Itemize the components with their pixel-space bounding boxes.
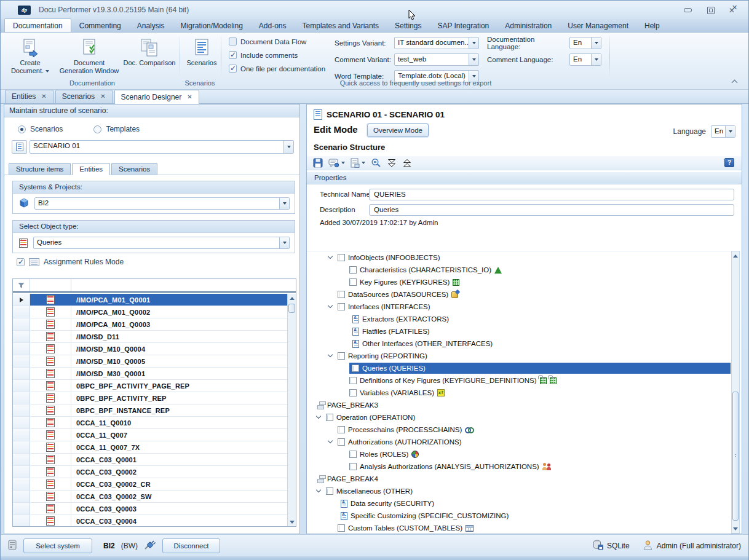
doc-comparison-button[interactable]: Doc. Comparison	[122, 35, 176, 67]
table-row[interactable]: 0BPC_BPF_ACTIVITY_REP	[13, 392, 287, 404]
tree-checkbox[interactable]	[338, 254, 345, 261]
tree-item[interactable]: Processchains (PROCESSCHAINS)	[307, 424, 731, 436]
collapse-all-icon[interactable]	[402, 159, 412, 168]
radio-scenarios[interactable]: Scenarios	[18, 125, 63, 133]
tree-checkbox[interactable]	[349, 266, 357, 274]
tree-checkbox[interactable]	[338, 291, 345, 298]
grid-scrollbar-thumb[interactable]	[288, 304, 295, 313]
expand-collapse-icon[interactable]	[326, 253, 338, 262]
overview-mode-button[interactable]: Overview Mode	[367, 124, 429, 137]
scenarios-radio[interactable]	[18, 125, 26, 133]
tree-item[interactable]: Authorizations (AUTHORIZATIONS)	[307, 436, 731, 448]
tree-item[interactable]: Operation (OPERATION)	[307, 411, 731, 424]
tree-item[interactable]: Interfaces (INTERFACES)	[307, 301, 731, 313]
tree-item[interactable]: Reporting (REPORTING)	[307, 350, 731, 362]
tree-item[interactable]: PAGE_BREAK4	[307, 473, 731, 485]
tree-checkbox[interactable]	[349, 377, 357, 384]
menu-tab-user-management[interactable]: User Management	[560, 19, 636, 32]
table-row[interactable]: 0CCA_11_Q007_7X	[13, 441, 287, 454]
tree-checkbox[interactable]	[338, 303, 345, 310]
tree-item[interactable]: PAGE_BREAK3	[307, 399, 731, 411]
grid-header-name-column[interactable]	[71, 279, 296, 291]
description-input[interactable]: Queries	[369, 204, 734, 216]
scenarios-button[interactable]: Scenarios	[184, 35, 220, 67]
chevron-down-icon[interactable]	[469, 37, 478, 49]
tree-checkbox[interactable]	[338, 524, 345, 532]
comment-variant-combo[interactable]: test_web	[394, 53, 479, 66]
dropdown-caret-icon[interactable]	[341, 162, 345, 164]
chevron-down-icon[interactable]	[725, 126, 735, 137]
chevron-down-icon[interactable]	[591, 37, 601, 49]
chevron-down-icon[interactable]	[279, 237, 289, 248]
chevron-down-icon[interactable]	[283, 141, 293, 153]
documentation-language-combo[interactable]: En	[569, 37, 601, 49]
tree-checkbox[interactable]	[338, 438, 345, 446]
menu-tab-templates-and-variants[interactable]: Templates and Variants	[295, 19, 387, 32]
chevron-down-icon[interactable]	[591, 54, 601, 65]
tree-item[interactable]: InfoObjects (INFOOBJECTS)	[307, 251, 731, 264]
chevron-down-icon[interactable]	[279, 198, 289, 209]
table-row[interactable]: 0CCA_C03_Q0004	[13, 515, 287, 526]
expand-collapse-icon[interactable]	[314, 412, 326, 422]
search-icon[interactable]	[371, 158, 381, 168]
menu-tab-administration[interactable]: Administration	[497, 19, 560, 32]
create-document-button[interactable]: Create Document.	[6, 35, 55, 75]
assignment-rules-checkbox[interactable]	[17, 258, 25, 266]
radio-templates[interactable]: Templates	[93, 125, 140, 133]
expand-all-icon[interactable]	[387, 159, 397, 168]
help-icon[interactable]	[724, 158, 734, 167]
table-row[interactable]: 0CCA_C03_Q0002_SW	[13, 491, 287, 503]
table-row[interactable]: /IMO/PCA_M01_Q0002	[13, 306, 287, 318]
menu-tab-migration-modeling[interactable]: Migration/Modeling	[172, 19, 250, 32]
table-row[interactable]: /IMO/PCA_M01_Q0003	[13, 318, 287, 331]
templates-radio[interactable]	[93, 125, 101, 133]
table-row[interactable]: /IMO/SD_M30_Q0001	[13, 368, 287, 380]
comment-icon[interactable]	[328, 159, 345, 168]
object-type-combo[interactable]: Queries	[33, 237, 290, 249]
menu-tab-analysis[interactable]: Analysis	[129, 19, 173, 32]
table-row[interactable]: 0BPC_BPF_INSTANCE_REP	[13, 404, 287, 417]
save-icon[interactable]	[313, 158, 323, 168]
doc-tab-entities[interactable]: Entities	[5, 90, 54, 103]
tree-checkbox[interactable]	[349, 451, 357, 458]
tree-item[interactable]: DataSources (DATASOURCES)	[307, 288, 731, 301]
grid-filter-cell[interactable]	[13, 279, 30, 291]
menu-tab-add-ons[interactable]: Add-ons	[251, 19, 295, 32]
table-row[interactable]: /IMO/SD_M10_Q0004	[13, 343, 287, 355]
comment-language-combo[interactable]: En	[569, 53, 601, 66]
disconnect-button[interactable]: Disconnect	[162, 538, 220, 553]
tree-scrollbar-thumb[interactable]	[732, 392, 739, 521]
scroll-down-icon[interactable]	[288, 518, 296, 526]
table-row[interactable]: 0CCA_C03_Q0002_CR	[13, 478, 287, 491]
scroll-down-icon[interactable]	[732, 524, 739, 533]
tree-checkbox[interactable]	[349, 389, 357, 396]
tab-entities[interactable]: Entities	[72, 163, 110, 175]
tab-close-icon[interactable]	[187, 94, 192, 100]
tree-checkbox[interactable]	[352, 365, 359, 372]
tab-scenarios[interactable]: Scenarios	[111, 163, 157, 175]
tree-item[interactable]: Flatfiles (FLATFILES)	[307, 325, 731, 337]
tree-item[interactable]: Other Interfaces (OTHER_INTERFACES)	[307, 337, 731, 350]
chevron-down-icon[interactable]	[469, 54, 478, 65]
tree-item[interactable]: Roles (ROLES)	[307, 448, 731, 460]
tree-item[interactable]: Definitions of Key Figures (KEYFIGURE_DE…	[307, 374, 731, 387]
tree-item[interactable]: Specific Customizing (SPECIFIC_CUSTOMIZI…	[307, 510, 731, 522]
tree-checkbox[interactable]	[338, 426, 345, 433]
collapse-ribbon-icon[interactable]	[731, 78, 739, 85]
table-row[interactable]: 0CCA_11_Q0010	[13, 417, 287, 429]
scroll-up-icon[interactable]	[288, 294, 296, 302]
tree-item[interactable]: Characteristics (CHARACTERISTICS_IO)	[307, 264, 731, 276]
minimize-icon[interactable]	[683, 6, 692, 14]
table-row[interactable]: /IMO/PCA_M01_Q0001	[13, 294, 287, 306]
expand-collapse-icon[interactable]	[326, 437, 338, 447]
document-data-flow-checkbox[interactable]	[229, 37, 237, 45]
tab-close-icon[interactable]	[41, 93, 46, 100]
select-system-button[interactable]: Select system	[23, 538, 92, 553]
language-combo[interactable]: En	[711, 125, 735, 138]
tree-checkbox[interactable]	[349, 463, 357, 470]
grid-header-icon-column[interactable]	[30, 279, 71, 291]
grid-scrollbar[interactable]	[287, 294, 296, 526]
system-combo[interactable]: BI2	[34, 197, 290, 210]
tree-item[interactable]: Miscellaneous (OTHER)	[307, 485, 731, 497]
doc-tab-scenarios[interactable]: Scenarios	[55, 90, 113, 103]
